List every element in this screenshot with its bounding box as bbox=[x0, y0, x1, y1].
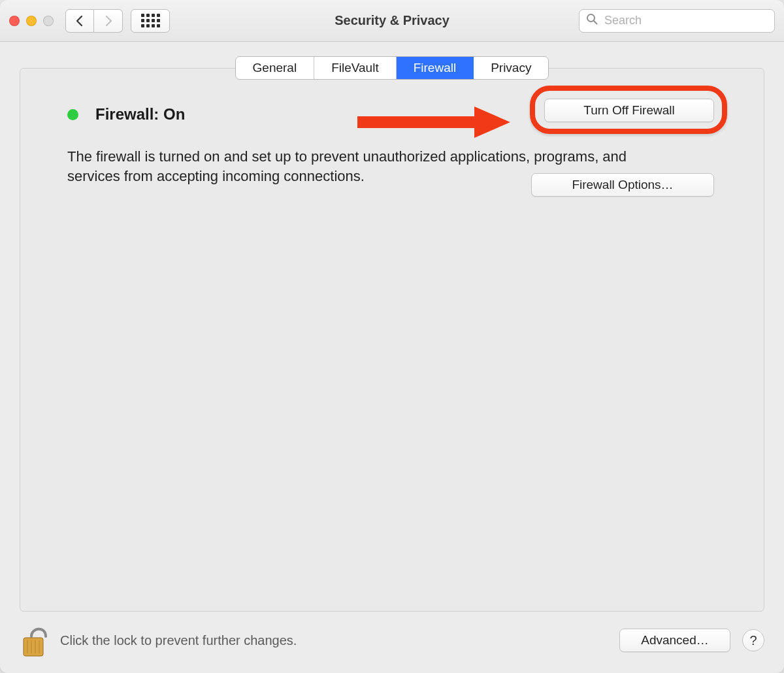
firewall-options-button[interactable]: Firewall Options… bbox=[531, 173, 714, 197]
minimize-window-button[interactable] bbox=[26, 16, 37, 26]
chevron-left-icon bbox=[75, 15, 84, 27]
svg-rect-4 bbox=[24, 638, 43, 656]
zoom-window-button[interactable] bbox=[43, 16, 54, 26]
close-window-button[interactable] bbox=[9, 16, 20, 26]
grid-icon bbox=[141, 14, 160, 27]
tab-general[interactable]: General bbox=[236, 57, 315, 79]
help-button[interactable]: ? bbox=[742, 629, 764, 651]
tab-firewall[interactable]: Firewall bbox=[397, 57, 474, 79]
firewall-status-label: Firewall: On bbox=[95, 105, 185, 123]
window-controls bbox=[9, 16, 54, 26]
status-indicator-icon bbox=[67, 109, 78, 120]
search-field-container bbox=[579, 9, 775, 33]
svg-line-1 bbox=[594, 21, 597, 24]
unlocked-lock-icon bbox=[20, 622, 48, 659]
show-all-preferences-button[interactable] bbox=[131, 9, 170, 33]
search-input[interactable] bbox=[603, 13, 768, 28]
turn-off-container: Turn Off Firewall bbox=[544, 99, 714, 122]
search-field[interactable] bbox=[579, 9, 775, 33]
firewall-options-row: Firewall Options… bbox=[531, 173, 714, 197]
lock-button[interactable] bbox=[20, 622, 48, 659]
annotation-highlight bbox=[530, 86, 727, 134]
annotation-arrow bbox=[353, 104, 510, 143]
titlebar: Security & Privacy bbox=[0, 0, 784, 42]
navigation-buttons bbox=[65, 9, 123, 33]
back-button[interactable] bbox=[65, 9, 94, 33]
footer: Click the lock to prevent further change… bbox=[20, 619, 764, 661]
tab-filevault[interactable]: FileVault bbox=[314, 57, 397, 79]
arrow-right-icon bbox=[353, 104, 510, 140]
content-area: General FileVault Firewall Privacy Firew… bbox=[0, 42, 784, 673]
footer-right: Advanced… ? bbox=[619, 629, 764, 652]
tabs-container: General FileVault Firewall Privacy bbox=[20, 56, 764, 81]
search-icon bbox=[586, 13, 598, 28]
svg-marker-3 bbox=[474, 107, 510, 138]
advanced-button[interactable]: Advanced… bbox=[619, 629, 730, 652]
preferences-window: Security & Privacy General FileVault Fir… bbox=[0, 0, 784, 673]
lock-hint-text: Click the lock to prevent further change… bbox=[60, 633, 297, 648]
help-icon: ? bbox=[749, 633, 757, 648]
tab-bar: General FileVault Firewall Privacy bbox=[235, 56, 549, 80]
chevron-right-icon bbox=[104, 15, 113, 27]
tab-privacy[interactable]: Privacy bbox=[474, 57, 548, 79]
firewall-pane: Firewall: On The firewall is turned on a… bbox=[20, 68, 764, 612]
forward-button[interactable] bbox=[94, 9, 123, 33]
